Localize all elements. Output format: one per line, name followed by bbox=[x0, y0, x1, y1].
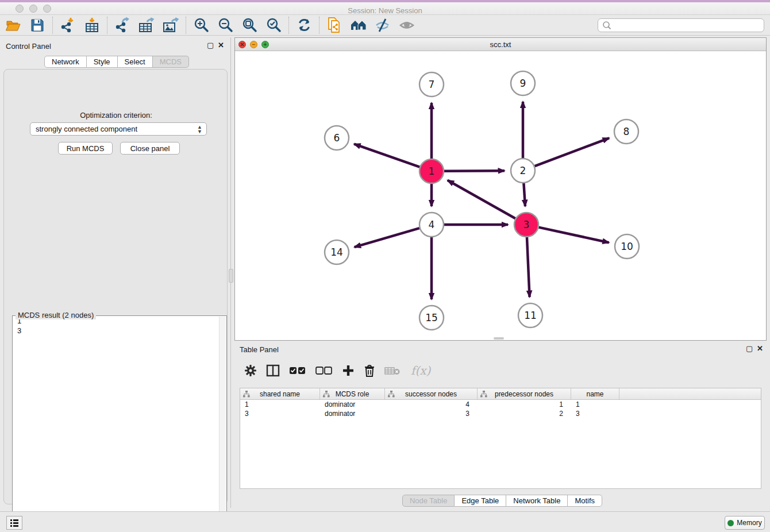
float-table-panel-icon[interactable]: ▢ bbox=[746, 344, 753, 353]
zoom-fit-icon[interactable] bbox=[241, 17, 258, 33]
graph-edge-4-14[interactable] bbox=[355, 228, 419, 247]
network-window-titlebar: ✕ − + scc.txt bbox=[235, 38, 766, 51]
zoom-out-icon[interactable] bbox=[217, 17, 234, 33]
graph-edge-1-2[interactable] bbox=[444, 171, 505, 171]
search-icon bbox=[602, 20, 615, 30]
trash-icon[interactable] bbox=[364, 364, 375, 377]
tab-select[interactable]: Select bbox=[118, 56, 153, 68]
graph-edge-3-1[interactable] bbox=[448, 180, 515, 218]
sitemap-icon bbox=[243, 391, 250, 398]
float-panel-icon[interactable]: ▢ bbox=[207, 41, 214, 49]
log-console-button[interactable] bbox=[6, 516, 22, 530]
toolbar-separator bbox=[319, 17, 319, 34]
memory-label: Memory bbox=[737, 519, 761, 527]
export-table-icon[interactable] bbox=[138, 17, 155, 33]
tab-mcds[interactable]: MCDS bbox=[153, 56, 189, 68]
add-icon[interactable] bbox=[342, 364, 355, 377]
cell-name: 1 bbox=[571, 400, 619, 409]
cell-predecessor-nodes: 1 bbox=[478, 400, 571, 409]
mcds-result-line: 3 bbox=[13, 326, 226, 336]
graph-node-label: 6 bbox=[334, 132, 340, 144]
mcds-tab-content: Optimization criterion: strongly connect… bbox=[3, 69, 228, 504]
toolbar-separator bbox=[186, 17, 186, 34]
cell-mcds-role: dominator bbox=[320, 409, 385, 418]
first-neighbors-icon[interactable] bbox=[350, 17, 367, 33]
columns-icon[interactable] bbox=[266, 364, 280, 377]
graph-edge-2-8[interactable] bbox=[535, 138, 609, 166]
sitemap-icon bbox=[480, 391, 487, 398]
panel-splitter-handle[interactable] bbox=[229, 269, 233, 283]
select-all-icon[interactable] bbox=[289, 365, 306, 376]
memory-status-icon bbox=[727, 520, 734, 526]
optimization-criterion-label: Optimization criterion: bbox=[4, 111, 228, 119]
column-header-empty bbox=[619, 388, 761, 399]
export-network-icon[interactable] bbox=[114, 17, 131, 33]
graph-node-label: 2 bbox=[520, 165, 526, 176]
delete-table-icon[interactable] bbox=[384, 365, 401, 376]
save-session-icon[interactable] bbox=[29, 17, 46, 33]
graph-node-label: 9 bbox=[520, 78, 526, 89]
tab-edge-table[interactable]: Edge Table bbox=[455, 495, 506, 507]
graph-edge-1-6[interactable] bbox=[354, 144, 419, 167]
control-panel-title: Control Panel bbox=[6, 42, 51, 51]
network-graph[interactable]: 7968124314101511 bbox=[235, 51, 766, 340]
network-window-title: scc.txt bbox=[235, 40, 766, 49]
graph-edge-3-11[interactable] bbox=[527, 237, 530, 297]
graph-node-label: 10 bbox=[621, 241, 633, 252]
criterion-dropdown[interactable]: strongly connected component ▲▼ bbox=[30, 122, 207, 136]
cell-successor-nodes: 4 bbox=[385, 400, 478, 409]
status-bar: Memory bbox=[0, 511, 770, 532]
network-hscrollbar[interactable] bbox=[494, 337, 504, 340]
function-builder-icon[interactable]: f(x) bbox=[411, 364, 430, 377]
zoom-selected-icon[interactable] bbox=[265, 17, 282, 33]
import-network-icon[interactable] bbox=[59, 17, 76, 33]
close-table-panel-icon[interactable]: ✕ bbox=[757, 344, 763, 353]
graph-edge-2-3[interactable] bbox=[523, 183, 525, 206]
tab-network-table[interactable]: Network Table bbox=[506, 495, 568, 507]
export-image-icon[interactable] bbox=[162, 17, 179, 33]
close-panel-button[interactable]: Close panel bbox=[120, 142, 180, 155]
toolbar-separator bbox=[107, 17, 107, 34]
run-mcds-button[interactable]: Run MCDS bbox=[58, 142, 113, 155]
cell-shared-name: 1 bbox=[240, 400, 320, 409]
refresh-view-icon[interactable] bbox=[295, 17, 313, 33]
tab-motifs[interactable]: Motifs bbox=[568, 495, 602, 507]
deselect-all-icon[interactable] bbox=[315, 365, 333, 376]
close-panel-icon[interactable]: ✕ bbox=[218, 41, 224, 49]
graph-node-label: 11 bbox=[524, 310, 537, 321]
search-input[interactable] bbox=[615, 20, 764, 31]
column-header-mcds-role[interactable]: MCDS role bbox=[320, 388, 385, 399]
column-header-shared-name[interactable]: shared name bbox=[240, 388, 320, 399]
sitemap-icon bbox=[323, 391, 330, 398]
table-panel-title: Table Panel bbox=[240, 345, 279, 354]
import-table-icon[interactable] bbox=[83, 17, 101, 33]
column-header-predecessor-nodes[interactable]: predecessor nodes bbox=[478, 388, 571, 399]
cell-mcds-role: dominator bbox=[320, 400, 385, 409]
graph-node-label: 15 bbox=[425, 312, 438, 323]
clone-network-icon[interactable] bbox=[326, 17, 343, 33]
graph-edge-3-10[interactable] bbox=[538, 228, 609, 243]
search-box[interactable] bbox=[598, 18, 764, 32]
column-header-name[interactable]: name bbox=[571, 388, 619, 399]
show-all-icon[interactable] bbox=[398, 17, 415, 33]
tab-node-table[interactable]: Node Table bbox=[402, 495, 455, 507]
toolbar-separator bbox=[52, 17, 53, 34]
tab-style[interactable]: Style bbox=[87, 56, 118, 68]
table-header-row: shared name MCDS role successor nodes pr… bbox=[240, 388, 761, 400]
network-window: ✕ − + scc.txt 7968124314101511 bbox=[234, 37, 767, 341]
tab-network[interactable]: Network bbox=[44, 56, 87, 68]
cell-successor-nodes: 3 bbox=[385, 409, 478, 418]
column-header-successor-nodes[interactable]: successor nodes bbox=[385, 388, 478, 399]
result-scrollbar[interactable] bbox=[219, 317, 226, 532]
table-toolbar: f(x) bbox=[240, 359, 761, 382]
zoom-in-icon[interactable] bbox=[192, 17, 210, 33]
hide-selected-icon[interactable] bbox=[374, 17, 391, 33]
gear-icon[interactable] bbox=[244, 364, 257, 377]
criterion-value: strongly connected component bbox=[36, 125, 137, 133]
graph-node-label: 8 bbox=[623, 126, 630, 137]
memory-button[interactable]: Memory bbox=[725, 516, 765, 530]
table-row[interactable]: 1 dominator 4 1 1 bbox=[240, 400, 761, 409]
window-title: Session: New Session bbox=[0, 6, 770, 15]
table-row[interactable]: 3 dominator 3 2 3 bbox=[240, 409, 761, 418]
open-session-icon[interactable] bbox=[5, 17, 22, 33]
